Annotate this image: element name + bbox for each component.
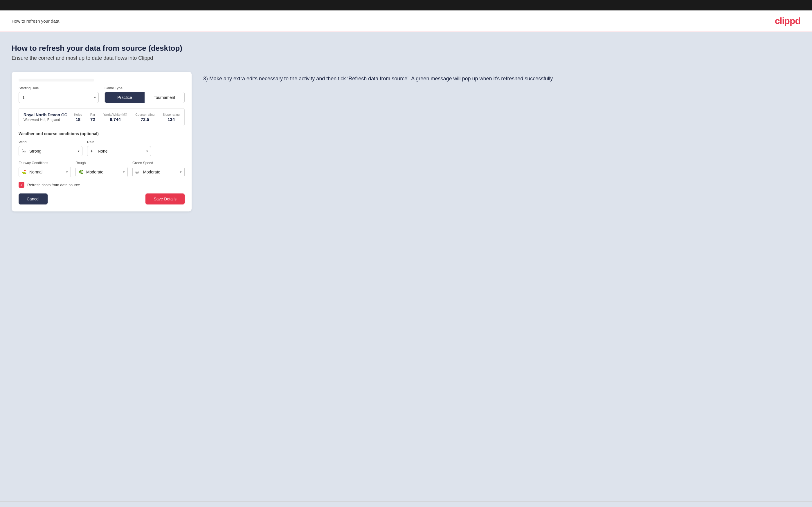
- rough-group: Rough 🌿 Moderate ▾: [75, 161, 128, 177]
- starting-hole-group: Starting Hole 1 ▾: [18, 86, 99, 103]
- refresh-label: Refresh shots from data source: [27, 183, 80, 187]
- rain-label: Rain: [87, 140, 151, 144]
- game-type-group: Game Type Practice Tournament: [104, 86, 185, 103]
- page-heading: How to refresh your data from source (de…: [12, 44, 800, 53]
- tournament-button[interactable]: Tournament: [145, 92, 184, 103]
- starting-hole-select[interactable]: 1: [18, 92, 99, 103]
- form-card: Starting Hole 1 ▾ Game Type Practice Tou…: [12, 72, 192, 212]
- header-title: How to refresh your data: [12, 18, 59, 23]
- conditions-title: Weather and course conditions (optional): [18, 131, 185, 136]
- side-description-text: 3) Make any extra edits necessary to the…: [203, 74, 800, 83]
- course-location: Westward Ho!, England: [23, 118, 68, 122]
- logo: clippd: [775, 16, 800, 26]
- course-info-left: Royal North Devon GC, Westward Ho!, Engl…: [23, 113, 68, 122]
- yards-value: 6,744: [103, 117, 127, 122]
- save-button[interactable]: Save Details: [145, 193, 185, 205]
- main-content: How to refresh your data from source (de…: [0, 32, 812, 502]
- fairway-group: Fairway Conditions ⛳ Normal ▾: [18, 161, 71, 177]
- rain-select[interactable]: None: [87, 146, 151, 156]
- green-speed-select[interactable]: Moderate: [133, 167, 185, 177]
- footer: Copyright Clippd 2022: [0, 502, 812, 507]
- rain-select-wrapper: ✦ None ▾: [87, 146, 151, 156]
- course-rating-value: 72.5: [135, 117, 154, 122]
- cancel-button[interactable]: Cancel: [18, 193, 48, 205]
- slope-rating-label: Slope rating: [163, 113, 180, 116]
- game-type-label: Game Type: [104, 86, 185, 90]
- par-label: Par: [90, 113, 95, 116]
- stat-yards: Yards/White (M)) 6,744: [103, 113, 127, 122]
- green-speed-select-wrapper: ◎ Moderate ▾: [133, 167, 185, 177]
- course-rating-label: Course rating: [135, 113, 154, 116]
- spacer-group: [156, 140, 185, 156]
- practice-button[interactable]: Practice: [105, 92, 145, 103]
- partial-card-hint: [18, 78, 94, 81]
- starting-hole-wrapper: 1 ▾: [18, 92, 99, 103]
- stat-slope-rating: Slope rating 134: [163, 113, 180, 122]
- wind-group: Wind 🌬 Strong ▾: [18, 140, 83, 156]
- rough-label: Rough: [75, 161, 128, 165]
- top-bar: [0, 0, 812, 10]
- wind-label: Wind: [18, 140, 83, 144]
- wind-select[interactable]: Strong: [18, 146, 83, 156]
- fairway-select[interactable]: Normal: [18, 167, 71, 177]
- refresh-checkbox[interactable]: [18, 182, 24, 188]
- refresh-checkbox-row: Refresh shots from data source: [18, 182, 185, 188]
- rough-select-wrapper: 🌿 Moderate ▾: [75, 167, 128, 177]
- green-speed-label: Green Speed: [133, 161, 185, 165]
- stat-course-rating: Course rating 72.5: [135, 113, 154, 122]
- page-subheading: Ensure the correct and most up to date d…: [12, 55, 800, 61]
- content-area: Starting Hole 1 ▾ Game Type Practice Tou…: [12, 72, 800, 212]
- course-stats: Holes 18 Par 72 Yards/White (M)) 6,744 C…: [74, 113, 180, 122]
- side-description: 3) Make any extra edits necessary to the…: [203, 72, 800, 83]
- green-speed-group: Green Speed ◎ Moderate ▾: [133, 161, 185, 177]
- slope-rating-value: 134: [163, 117, 180, 122]
- par-value: 72: [90, 117, 95, 122]
- rain-group: Rain ✦ None ▾: [87, 140, 151, 156]
- starting-hole-label: Starting Hole: [18, 86, 99, 90]
- holes-value: 18: [74, 117, 82, 122]
- fairway-select-wrapper: ⛳ Normal ▾: [18, 167, 71, 177]
- header: How to refresh your data clippd: [0, 10, 812, 32]
- stat-par: Par 72: [90, 113, 95, 122]
- wind-rain-row: Wind 🌬 Strong ▾ Rain ✦ None: [18, 140, 185, 156]
- course-info-card: Royal North Devon GC, Westward Ho!, Engl…: [18, 108, 185, 126]
- fairway-label: Fairway Conditions: [18, 161, 71, 165]
- holes-label: Holes: [74, 113, 82, 116]
- stat-holes: Holes 18: [74, 113, 82, 122]
- fairway-rough-green-row: Fairway Conditions ⛳ Normal ▾ Rough 🌿: [18, 161, 185, 177]
- game-type-toggle: Practice Tournament: [104, 92, 185, 103]
- wind-select-wrapper: 🌬 Strong ▾: [18, 146, 83, 156]
- course-name: Royal North Devon GC,: [23, 113, 68, 117]
- yards-label: Yards/White (M)): [103, 113, 127, 116]
- button-row: Cancel Save Details: [18, 193, 185, 205]
- starting-hole-game-type-row: Starting Hole 1 ▾ Game Type Practice Tou…: [18, 86, 185, 103]
- rough-select[interactable]: Moderate: [75, 167, 128, 177]
